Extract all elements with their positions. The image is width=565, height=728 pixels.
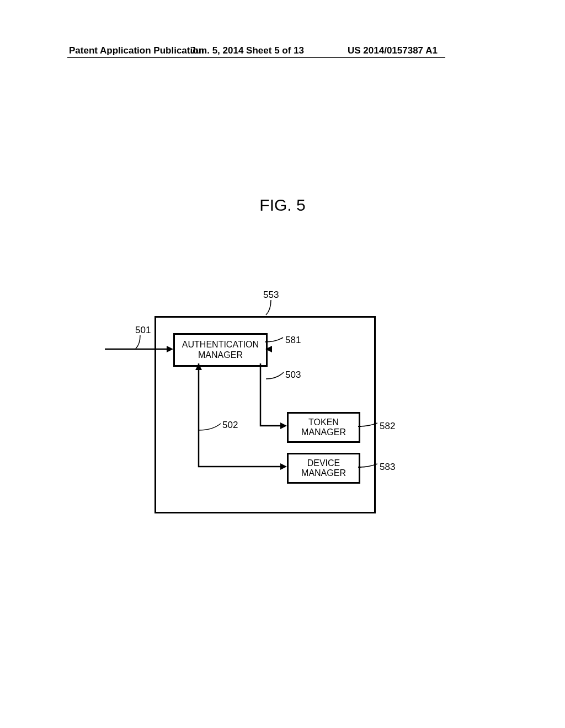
arrow-501-in (105, 344, 177, 355)
block-auth-label: AUTHENTICATION MANAGER (182, 340, 259, 360)
page: Patent Application Publication Jun. 5, 2… (0, 0, 565, 728)
arrow-502 (194, 363, 294, 479)
figure-caption: FIG. 5 (0, 196, 565, 215)
block-token-manager: TOKEN MANAGER (287, 412, 360, 443)
svg-marker-2 (167, 346, 173, 352)
arrow-into-auth-right (265, 344, 287, 355)
block-device-manager: DEVICE MANAGER (287, 453, 360, 484)
tick-583 (358, 465, 364, 470)
ref-581: 581 (285, 335, 301, 346)
header-center: Jun. 5, 2014 Sheet 5 of 13 (190, 45, 304, 56)
svg-marker-5 (280, 463, 287, 470)
leader-553 (269, 300, 286, 317)
svg-marker-6 (195, 363, 202, 370)
ref-583: 583 (380, 462, 395, 473)
block-token-label: TOKEN MANAGER (301, 417, 346, 438)
header-left: Patent Application Publication (69, 45, 204, 56)
tick-582 (358, 424, 364, 430)
ref-553: 553 (263, 290, 279, 301)
block-device-label: DEVICE MANAGER (301, 458, 346, 479)
diagram: AUTHENTICATION MANAGER TOKEN MANAGER DEV… (105, 290, 414, 527)
svg-marker-3 (265, 346, 272, 352)
block-authentication-manager: AUTHENTICATION MANAGER (173, 333, 268, 367)
ref-501: 501 (135, 325, 151, 336)
ref-582: 582 (380, 421, 395, 432)
header-rule (67, 57, 445, 58)
header-right: US 2014/0157387 A1 (348, 45, 438, 56)
